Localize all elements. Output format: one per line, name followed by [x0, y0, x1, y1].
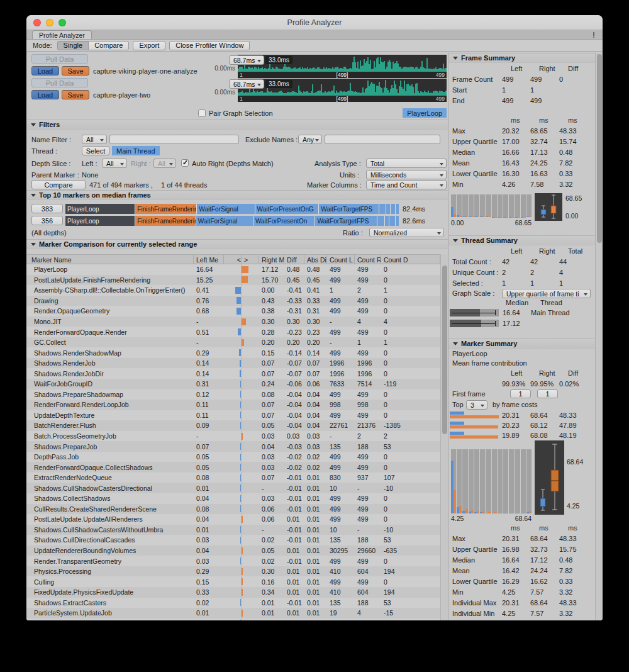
- table-row[interactable]: PostLateUpdate.FinishFrameRendering15.25…: [26, 275, 440, 286]
- ratio-dropdown[interactable]: Normalized: [369, 228, 444, 237]
- exclude-mode-dropdown[interactable]: Any: [298, 135, 322, 144]
- frame-number-button[interactable]: 356: [31, 216, 63, 225]
- column-header-8[interactable]: Count R: [355, 255, 381, 264]
- analysis-type-dropdown[interactable]: Total: [366, 159, 447, 168]
- table-row[interactable]: PlayerLoop16.6417.120.480.484994990: [26, 264, 440, 275]
- marker-segment[interactable]: FinishFrameRendering: [135, 216, 196, 226]
- table-row[interactable]: Shadows.RenderShadowMap0.290.15-0.140.14…: [26, 347, 440, 358]
- table-row[interactable]: Shadows.CullShadowCastersDirectional0.01…: [26, 483, 440, 493]
- table-row[interactable]: BatchRenderer.Flush0.090.05-0.040.042276…: [26, 420, 440, 431]
- thread-value-badge[interactable]: Main Thread: [112, 146, 160, 155]
- save-button[interactable]: Save: [62, 66, 89, 76]
- table-row[interactable]: Shadows.PrepareJob0.070.04-0.030.0313518…: [26, 441, 440, 452]
- thread-select-button[interactable]: Select: [82, 146, 109, 155]
- table-row[interactable]: Physics.Processing0.290.300.010.01410604…: [26, 566, 440, 577]
- table-row[interactable]: ExtractRenderNodeQueue0.080.07-0.010.018…: [26, 473, 440, 483]
- table-row[interactable]: Shadows.PrepareShadowmap0.120.08-0.040.0…: [26, 389, 440, 400]
- filters-header[interactable]: Filters: [26, 120, 448, 130]
- thread-row[interactable]: 16.64 Main Thread: [448, 308, 595, 318]
- table-row[interactable]: Shadows.CullDirectionalCascades0.030.02-…: [26, 535, 440, 546]
- mode-close-profiler-window-button[interactable]: Close Profiler Window: [169, 41, 250, 50]
- table-row[interactable]: WaitForJobGroupID0.310.24-0.060.06763375…: [26, 379, 440, 389]
- top-markers-header[interactable]: Top 10 markers on median frames: [26, 190, 448, 200]
- table-row[interactable]: RenderForward.RenderLoopJob0.110.07-0.04…: [26, 400, 440, 410]
- mode-compare-button[interactable]: Compare: [88, 41, 129, 50]
- load-button[interactable]: Load: [31, 66, 59, 76]
- top-frame-cost-row[interactable]: 20.2368.1247.89: [448, 420, 595, 430]
- auto-right-checkbox[interactable]: [181, 159, 189, 167]
- marker-segment[interactable]: [396, 216, 399, 226]
- marker-segment[interactable]: [386, 204, 391, 214]
- column-header-9[interactable]: Count D: [381, 255, 440, 264]
- mode-single-button[interactable]: Single: [57, 41, 89, 50]
- column-header-4[interactable]: Right M: [259, 255, 284, 264]
- first-frame-right-button[interactable]: 1: [537, 389, 558, 398]
- table-row[interactable]: Material.SetPassFast0.030.02-0.010.01449…: [26, 619, 440, 620]
- marker-segment[interactable]: [379, 204, 386, 214]
- exclude-names-input[interactable]: [325, 135, 440, 144]
- table-scrollbar[interactable]: [440, 254, 448, 620]
- table-row[interactable]: Shadows.CollectShadows0.040.03-0.010.014…: [26, 493, 440, 504]
- column-header-5[interactable]: Diff: [284, 255, 304, 264]
- table-row[interactable]: GC.Collect-0.200.200.20-11: [26, 337, 440, 348]
- marker-comparison-header[interactable]: Marker Comparison for currently selected…: [26, 239, 448, 249]
- depth-right-dropdown[interactable]: All: [153, 159, 176, 168]
- depth-left-dropdown[interactable]: All: [102, 159, 127, 168]
- marker-segment[interactable]: [391, 204, 396, 214]
- name-filter-mode-dropdown[interactable]: All: [82, 135, 107, 144]
- table-row[interactable]: Drawing0.760.43-0.330.334994990: [26, 296, 440, 306]
- table-row[interactable]: Shadows.RenderJobDir0.140.07-0.070.07199…: [26, 368, 440, 379]
- minimize-window-button[interactable]: [46, 19, 53, 26]
- table-row[interactable]: UpdateDepthTexture0.110.07-0.040.0449949…: [26, 410, 440, 421]
- table-scrollbar-thumb[interactable]: [442, 266, 447, 434]
- name-filter-input[interactable]: [109, 135, 239, 144]
- frame-time-graph[interactable]: 1 [499] 499 68.7ms 33.0ms: [238, 79, 447, 102]
- first-frame-left-button[interactable]: 1: [510, 389, 531, 398]
- marker-stack-bar[interactable]: PlayerLoopFinishFrameRenderingWaitForSig…: [65, 216, 399, 226]
- marker-segment[interactable]: WaitForTargetFPS: [315, 216, 377, 226]
- pull-data-button[interactable]: Pull Data: [31, 54, 88, 64]
- marker-segment[interactable]: WaitForSignal: [197, 204, 255, 214]
- mode-export-button[interactable]: Export: [133, 41, 165, 50]
- graph-scale-dropdown[interactable]: Upper quartile of frame ti: [502, 289, 591, 298]
- load-button[interactable]: Load: [31, 90, 59, 99]
- titlebar[interactable]: Profile Analyzer: [26, 15, 603, 30]
- thread-row[interactable]: 17.12: [448, 318, 595, 329]
- table-row[interactable]: RenderForwardOpaque.Render0.510.28-0.230…: [26, 327, 440, 337]
- frame-time-graph[interactable]: 1 [499] 499 68.7ms 33.0ms: [238, 55, 447, 78]
- marker-segment[interactable]: [385, 216, 389, 226]
- marker-segment[interactable]: [396, 204, 399, 214]
- marker-segment[interactable]: PlayerLoop: [65, 204, 135, 214]
- table-row[interactable]: Render.TransparentGeometry0.030.02-0.010…: [26, 556, 440, 566]
- marker-segment[interactable]: PlayerLoop: [65, 216, 135, 226]
- table-row[interactable]: Render.OpaqueGeometry0.680.38-0.310.3149…: [26, 306, 440, 316]
- column-header-3[interactable]: >: [242, 255, 259, 264]
- frame-summary-header[interactable]: Frame Summary: [448, 53, 595, 63]
- table-row[interactable]: CullResults.CreateSharedRendererScene0.0…: [26, 504, 440, 515]
- table-row[interactable]: Shadows.RenderJob0.140.07-0.070.07199619…: [26, 358, 440, 369]
- frame-number-button[interactable]: 383: [31, 204, 63, 213]
- table-row[interactable]: Batch.ProcessGeometryJob-0.030.030.03-22: [26, 431, 440, 442]
- window-scrollbar-thumb[interactable]: [597, 54, 602, 243]
- top-frame-cost-row[interactable]: 19.8968.0848.19: [448, 430, 595, 440]
- compare-button[interactable]: Compare: [31, 180, 86, 189]
- column-header-2[interactable]: <: [224, 255, 242, 264]
- marker-segment[interactable]: WaitForPresentOnG: [255, 204, 320, 214]
- table-row[interactable]: Shadows.CullShadowCastersWithoutUmbra0.0…: [26, 525, 440, 535]
- marker-segment[interactable]: WaitForTargetFPS: [319, 204, 379, 214]
- column-header-7[interactable]: Count L: [327, 255, 355, 264]
- pair-graph-selection-checkbox[interactable]: [198, 109, 206, 117]
- kebab-menu-icon[interactable]: [591, 31, 597, 38]
- units-dropdown[interactable]: Milliseconds: [366, 170, 447, 179]
- marker-summary-header[interactable]: Marker Summary: [448, 339, 595, 349]
- pull-data-button[interactable]: Pull Data: [31, 78, 88, 87]
- table-row[interactable]: PostLateUpdate.UpdateAllRenderers0.040.0…: [26, 514, 440, 525]
- top-n-dropdown[interactable]: 3: [466, 400, 487, 410]
- tab-profile-analyzer[interactable]: Profile Analyzer: [32, 30, 92, 39]
- table-row[interactable]: Assembly-CSharp.dll!::Collectable.OnTrig…: [26, 285, 440, 296]
- marker-columns-dropdown[interactable]: Time and Count: [366, 180, 447, 189]
- close-window-button[interactable]: [33, 19, 41, 26]
- marker-segment[interactable]: [377, 216, 385, 226]
- window-scrollbar[interactable]: [595, 53, 603, 620]
- marker-segment[interactable]: FinishFrameRenderin: [135, 204, 197, 214]
